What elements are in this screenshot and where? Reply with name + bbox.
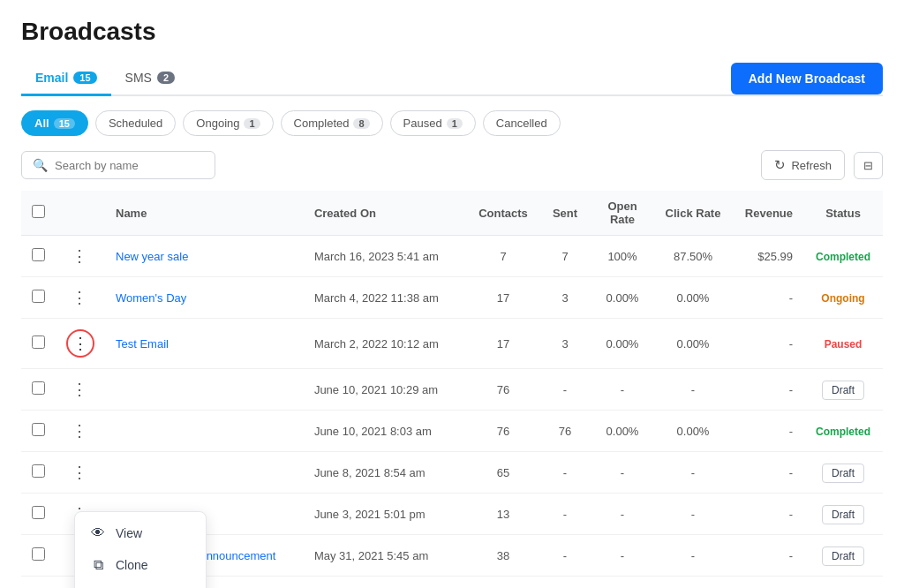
channel-tabs: Email 15 SMS 2: [21, 62, 189, 94]
row-name-cell: [105, 411, 304, 452]
row-open-rate-cell: 0.00%: [591, 319, 653, 369]
row-checkbox-cell: [21, 411, 56, 452]
col-header-dots: [56, 191, 105, 236]
row-created-cell: May 31, 2021 5:45 am: [304, 535, 468, 577]
row-revenue-cell: -: [733, 411, 803, 452]
filter-cancelled-label: Cancelled: [496, 117, 547, 130]
row-revenue-cell: -: [733, 452, 803, 494]
tab-sms-badge: 2: [157, 72, 175, 84]
row-menu-button[interactable]: ⋮: [66, 288, 93, 307]
row-sent-cell: 3: [539, 277, 591, 319]
row-contacts-cell: 76: [468, 369, 539, 411]
filter-all[interactable]: All 15: [21, 110, 88, 136]
row-open-rate-cell: 0.00%: [591, 277, 653, 319]
broadcasts-page: Broadcasts Email 15 SMS 2 Add New Broadc…: [0, 0, 904, 588]
row-revenue-cell: -: [733, 319, 803, 369]
page-title: Broadcasts: [21, 18, 883, 46]
view-icon: 👁: [89, 525, 107, 541]
context-menu: 👁 View ⧉ Clone ▷ Resume ✕ Cancel 🗑 Delet…: [74, 511, 207, 588]
tab-sms[interactable]: SMS 2: [111, 62, 189, 96]
row-created-cell: June 3, 2021 5:01 pm: [304, 494, 468, 535]
row-checkbox-cell: [21, 452, 56, 494]
row-checkbox[interactable]: [32, 423, 45, 436]
filter-ongoing[interactable]: Ongoing 1: [183, 110, 273, 136]
tab-sms-label: SMS: [125, 71, 152, 85]
row-checkbox[interactable]: [32, 506, 45, 519]
select-all-checkbox[interactable]: [32, 205, 45, 218]
col-header-revenue: Revenue: [733, 191, 803, 236]
row-checkbox-cell: [21, 494, 56, 535]
row-menu-button[interactable]: ⋮: [66, 246, 93, 266]
filter-paused[interactable]: Paused 1: [390, 110, 476, 136]
row-dots-cell: ⋮: [56, 411, 105, 452]
row-click-rate-cell: -: [653, 535, 733, 577]
row-checkbox-cell: [21, 277, 56, 319]
col-header-open-rate: Open Rate: [591, 191, 653, 236]
row-open-rate-cell: -: [591, 494, 653, 535]
tabs-row: Email 15 SMS 2 Add New Broadcast: [21, 62, 883, 96]
context-menu-view[interactable]: 👁 View: [75, 517, 206, 549]
row-checkbox[interactable]: [32, 547, 45, 561]
row-open-rate-cell: 0.00%: [591, 411, 653, 452]
filter-paused-label: Paused: [403, 117, 442, 130]
filter-scheduled-label: Scheduled: [109, 117, 162, 130]
row-status-cell: Ongoing: [803, 277, 883, 319]
table-row: ⋮ New year sale March 16, 2023 5:41 am 7…: [21, 236, 883, 277]
toolbar: 🔍 ↻ Refresh ⊟: [21, 150, 883, 180]
tab-email-label: Email: [35, 71, 68, 85]
table-row: ⋮ June 10, 2021 10:29 am 76 - - - - Draf…: [21, 369, 883, 411]
tab-email-badge: 15: [73, 72, 96, 84]
refresh-label: Refresh: [791, 159, 832, 172]
row-menu-button[interactable]: ⋮: [66, 421, 93, 441]
row-checkbox[interactable]: [32, 290, 45, 303]
row-contacts-cell: 17: [468, 319, 539, 369]
column-filter-button[interactable]: ⊟: [854, 152, 883, 179]
row-click-rate-cell: 87.50%: [653, 236, 733, 277]
broadcast-name-link[interactable]: New year sale: [116, 250, 188, 263]
row-revenue-cell: -: [733, 277, 803, 319]
col-header-click-rate: Click Rate: [653, 191, 733, 236]
col-header-name: Name: [105, 191, 304, 236]
row-checkbox[interactable]: [32, 381, 45, 395]
row-menu-button[interactable]: ⋮: [66, 380, 93, 399]
row-menu-button[interactable]: ⋮: [66, 329, 94, 358]
row-checkbox[interactable]: [32, 335, 45, 349]
refresh-icon: ↻: [774, 157, 786, 173]
row-menu-button[interactable]: ⋮: [66, 463, 93, 482]
row-status-cell: Completed: [803, 411, 883, 452]
broadcast-name-link[interactable]: Test Email: [116, 337, 169, 351]
col-header-contacts: Contacts: [468, 191, 539, 236]
row-created-cell: June 8, 2021 8:54 am: [304, 452, 468, 494]
row-checkbox-cell: [21, 319, 56, 369]
row-status-cell: Paused: [803, 319, 883, 369]
row-dots-cell: ⋮: [56, 319, 105, 369]
context-menu-clone[interactable]: ⧉ Clone: [75, 549, 206, 581]
context-menu-resume[interactable]: ▷ Resume: [75, 581, 206, 588]
row-sent-cell: 7: [539, 236, 591, 277]
context-clone-label: Clone: [116, 558, 148, 572]
search-container: 🔍: [21, 151, 215, 179]
row-checkbox-cell: [21, 236, 56, 277]
refresh-button[interactable]: ↻ Refresh: [761, 150, 845, 180]
search-input[interactable]: [55, 159, 204, 172]
broadcast-name-link[interactable]: Women's Day: [116, 291, 186, 305]
add-new-broadcast-button[interactable]: Add New Broadcast: [731, 63, 883, 94]
row-contacts-cell: 38: [468, 535, 539, 577]
row-checkbox[interactable]: [32, 464, 45, 478]
row-created-cell: March 4, 2022 11:38 am: [304, 277, 468, 319]
row-created-cell: June 10, 2021 8:03 am: [304, 411, 468, 452]
tab-email[interactable]: Email 15: [21, 62, 111, 96]
row-name-cell: New year sale: [105, 236, 304, 277]
filter-scheduled[interactable]: Scheduled: [95, 110, 176, 136]
col-header-checkbox: [21, 191, 56, 236]
row-revenue-cell: -: [733, 535, 803, 577]
row-sent-cell: 76: [539, 411, 591, 452]
filter-row: All 15 Scheduled Ongoing 1 Completed 8 P…: [21, 110, 883, 136]
row-click-rate-cell: -: [653, 452, 733, 494]
row-revenue-cell: $25.99: [733, 236, 803, 277]
status-badge: Completed: [816, 249, 870, 265]
row-checkbox[interactable]: [32, 248, 45, 261]
status-badge: Draft: [822, 505, 864, 524]
filter-cancelled[interactable]: Cancelled: [483, 110, 561, 136]
filter-completed[interactable]: Completed 8: [281, 110, 383, 136]
